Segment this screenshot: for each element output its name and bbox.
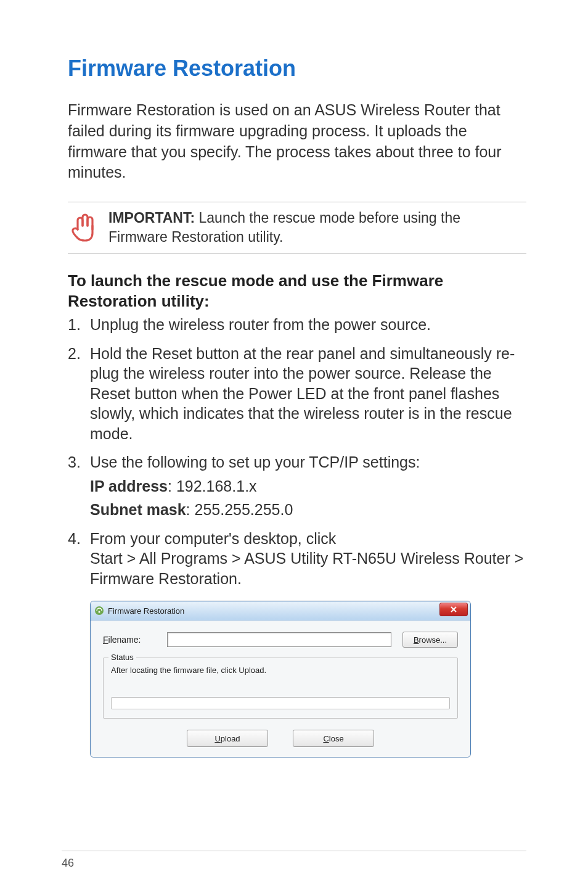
step-4: From your computer's desktop, click Star… <box>68 529 526 589</box>
filename-input[interactable] <box>167 632 391 647</box>
status-group: Status After locating the firmware file,… <box>103 658 458 719</box>
browse-rest: rowse... <box>419 635 447 645</box>
close-icon <box>450 606 457 613</box>
step-4-period: . <box>237 570 242 587</box>
subnet-mask-value: : 255.255.255.0 <box>186 501 293 518</box>
step-2: Hold the Reset button at the rear panel … <box>68 344 526 444</box>
close-dialog-button[interactable]: Close <box>293 730 374 747</box>
procedure-heading: To launch the rescue mode and use the Fi… <box>68 271 526 311</box>
hand-icon <box>68 211 99 242</box>
step-4-start: Start <box>90 550 123 567</box>
window-body: Filename: Browse... Status After locatin… <box>91 621 470 757</box>
footer-rule <box>62 851 526 851</box>
button-row: Upload Close <box>103 730 458 747</box>
step-4-programs: All Programs <box>139 550 227 567</box>
browse-button[interactable]: Browse... <box>402 632 458 648</box>
app-screenshot: Firmware Restoration Filename: Browse...… <box>90 601 471 757</box>
ip-address-value: : 192.168.1.x <box>168 477 257 495</box>
filename-accelerator: F <box>103 635 108 645</box>
close-rest: lose <box>329 734 344 743</box>
important-callout: IMPORTANT: Launch the rescue mode before… <box>68 202 526 254</box>
step-4-pre: From your computer's desktop, click <box>90 530 336 547</box>
svg-point-1 <box>99 611 100 613</box>
page-number: 46 <box>62 857 74 870</box>
window-title: Firmware Restoration <box>108 606 184 616</box>
step-3-intro: Use the following to set up your TCP/IP … <box>90 453 420 471</box>
important-label: IMPORTANT: <box>108 210 195 226</box>
app-window: Firmware Restoration Filename: Browse...… <box>90 601 471 757</box>
upload-button[interactable]: Upload <box>187 730 268 747</box>
app-icon <box>94 606 104 616</box>
step-4-gt1: > <box>123 550 139 567</box>
intro-paragraph: Firmware Restoration is used on an ASUS … <box>68 100 526 183</box>
important-text: IMPORTANT: Launch the rescue mode before… <box>108 208 526 247</box>
status-legend: Status <box>108 653 136 662</box>
step-4-utility: ASUS Utility RT-N65U Wireless Router <box>244 550 510 567</box>
step-4-firmware: Firmware Restoration <box>90 570 237 587</box>
step-4-gt2: > <box>227 550 244 567</box>
browse-accelerator: B <box>414 635 419 645</box>
steps-list: Unplug the wireless router from the powe… <box>68 315 526 588</box>
progress-bar <box>111 697 450 709</box>
step-1: Unplug the wireless router from the powe… <box>68 315 526 335</box>
svg-point-0 <box>95 606 104 615</box>
step-4-gt3: > <box>510 550 524 567</box>
status-message: After locating the firmware file, click … <box>111 666 450 675</box>
upload-rest: pload <box>221 734 240 743</box>
titlebar[interactable]: Firmware Restoration <box>91 601 470 621</box>
close-button[interactable] <box>439 603 468 616</box>
filename-label: Filename: <box>103 635 156 645</box>
filename-row: Filename: Browse... <box>103 632 458 648</box>
step-3: Use the following to set up your TCP/IP … <box>68 452 526 520</box>
ip-address-label: IP address <box>90 477 168 495</box>
upload-accelerator: U <box>214 734 220 743</box>
subnet-mask-label: Subnet mask <box>90 501 186 518</box>
close-accelerator: C <box>323 734 329 743</box>
filename-label-rest: ilename: <box>108 635 141 645</box>
section-title: Firmware Restoration <box>68 56 526 81</box>
